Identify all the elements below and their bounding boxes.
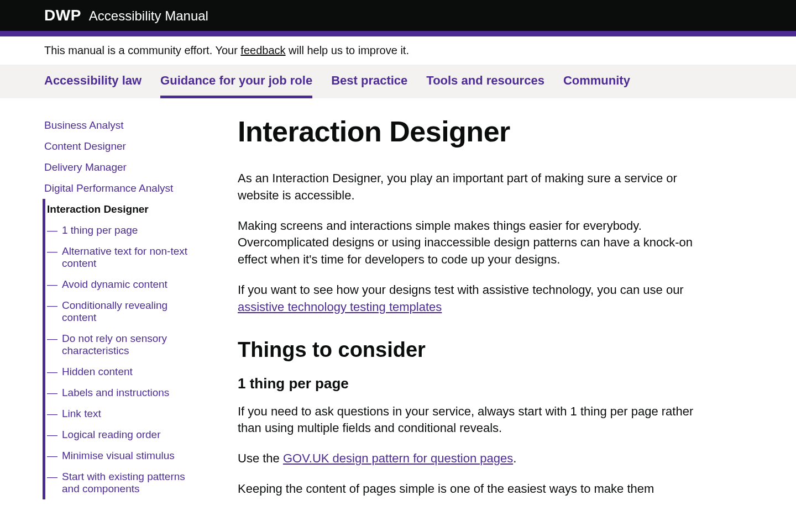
dash-icon: — [47,450,57,462]
top-header: DWP Accessibility Manual [0,0,796,31]
dash-icon: — [47,366,57,378]
main-content: Interaction Designer As an Interaction D… [238,115,696,511]
dash-icon: — [47,408,57,420]
dash-icon: — [47,278,57,291]
intro-paragraph-1: As an Interaction Designer, you play an … [238,170,696,204]
dash-icon: — [47,387,57,399]
sidebar-role-delivery-manager[interactable]: Delivery Manager [44,157,205,178]
brand-logo[interactable]: DWP [44,7,81,24]
intro-paragraph-3: If you want to see how your designs test… [238,282,696,316]
one-thing-paragraph-3: Keeping the content of pages simple is o… [238,481,696,498]
assistive-tech-templates-link[interactable]: assistive technology testing templates [238,300,442,314]
nav-best-practice[interactable]: Best practice [331,65,407,98]
primary-nav-list: Accessibility law Guidance for your job … [44,65,752,98]
dash-icon: — [47,245,57,270]
sidebar-sublist: Interaction Designer —1 thing per page —… [43,199,205,499]
intro-paragraph-2: Making screens and interactions simple m… [238,218,696,268]
sidebar-sub-labels-instructions[interactable]: —Labels and instructions [47,382,205,403]
sidebar-role-interaction-designer[interactable]: Interaction Designer [47,199,205,220]
primary-nav: Accessibility law Guidance for your job … [0,65,796,98]
page-layout: Business Analyst Content Designer Delive… [0,98,796,511]
feedback-link[interactable]: feedback [240,44,285,56]
brand-accent-strip [0,31,796,36]
sidebar-sub-avoid-dynamic[interactable]: —Avoid dynamic content [47,274,205,295]
dash-icon: — [47,429,57,441]
sidebar-sub-minimise-visual-stimulus[interactable]: —Minimise visual stimulus [47,445,205,466]
nav-guidance-job-role[interactable]: Guidance for your job role [160,65,312,98]
one-thing-paragraph-2: Use the GOV.UK design pattern for questi… [238,450,696,467]
sidebar-sub-1-thing-per-page[interactable]: —1 thing per page [47,220,205,241]
nav-tools-resources[interactable]: Tools and resources [426,65,544,98]
one-thing-per-page-heading: 1 thing per page [238,375,696,392]
notice-text-suffix: will help us to improve it. [286,44,409,56]
feedback-notice: This manual is a community effort. Your … [0,36,796,65]
sidebar-sub-existing-patterns[interactable]: —Start with existing patterns and compon… [47,466,205,499]
sidebar-sub-alt-text[interactable]: —Alternative text for non-text content [47,241,205,274]
sidebar-role-digital-performance-analyst[interactable]: Digital Performance Analyst [44,178,205,199]
sidebar-sub-link-text[interactable]: —Link text [47,403,205,424]
site-title[interactable]: Accessibility Manual [89,8,208,24]
dash-icon: — [47,471,57,495]
nav-accessibility-law[interactable]: Accessibility law [44,65,142,98]
things-to-consider-heading: Things to consider [238,338,696,362]
notice-text-prefix: This manual is a community effort. Your [44,44,240,56]
sidebar-sub-conditionally-revealing[interactable]: —Conditionally revealing content [47,295,205,328]
dash-icon: — [47,333,57,357]
page-title: Interaction Designer [238,115,696,148]
side-nav: Business Analyst Content Designer Delive… [44,115,205,511]
govuk-pattern-link[interactable]: GOV.UK design pattern for question pages [283,451,513,465]
sidebar-sub-sensory[interactable]: —Do not rely on sensory characteristics [47,328,205,361]
sidebar-sub-hidden-content[interactable]: —Hidden content [47,361,205,382]
sidebar-sub-logical-reading-order[interactable]: —Logical reading order [47,424,205,445]
sidebar-role-content-designer[interactable]: Content Designer [44,136,205,157]
nav-community[interactable]: Community [563,65,630,98]
dash-icon: — [47,224,57,236]
sidebar-role-business-analyst[interactable]: Business Analyst [44,115,205,136]
dash-icon: — [47,299,57,324]
one-thing-paragraph-1: If you need to ask questions in your ser… [238,403,696,438]
